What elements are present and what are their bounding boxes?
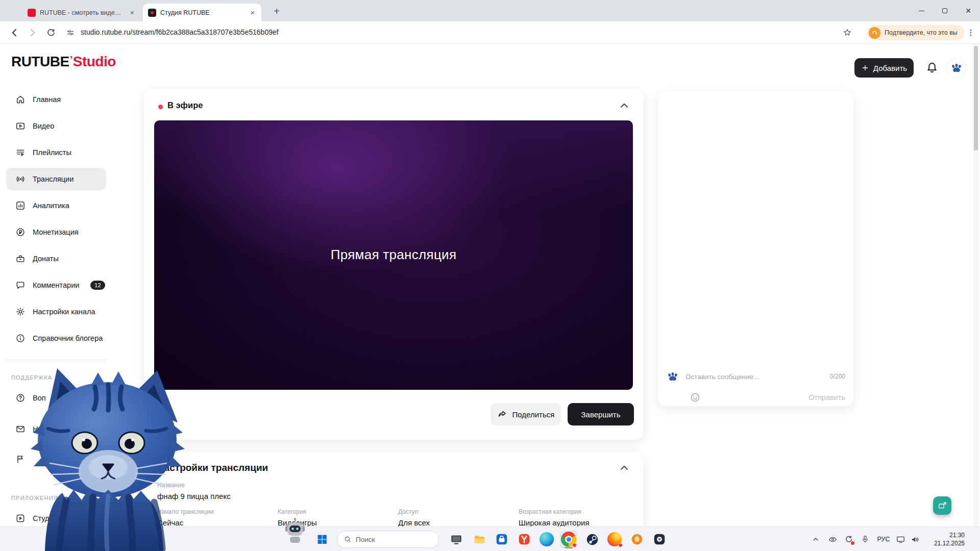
new-tab-button[interactable]: + <box>270 4 284 18</box>
sidebar-item-complaints[interactable] <box>6 448 106 470</box>
collapse-chevron-icon[interactable] <box>618 99 631 112</box>
finish-stream-button[interactable]: Завершить <box>568 403 634 425</box>
bookmark-star-icon[interactable] <box>840 26 854 40</box>
maximize-button[interactable] <box>933 0 957 21</box>
browser-menu-icon[interactable] <box>964 26 978 40</box>
notifications-bell-icon[interactable] <box>925 60 940 76</box>
sidebar-item-donations[interactable]: Донаты <box>6 247 106 270</box>
chat-message-input[interactable] <box>685 373 824 381</box>
logo-studio: Studio <box>73 54 116 70</box>
field-value[interactable]: Широкая аудитория <box>519 518 636 527</box>
tray-mic-icon[interactable] <box>859 533 871 545</box>
sidebar-item-analytics[interactable]: Аналитика <box>6 194 106 217</box>
settings-title: Настройки трансляции <box>157 462 268 473</box>
emoji-smiley-icon[interactable] <box>690 392 701 403</box>
minimize-button[interactable] <box>910 0 933 21</box>
rutube-studio-favicon <box>148 9 156 17</box>
sidebar-item-studio-app[interactable]: Студи <box>6 507 106 527</box>
edge-icon <box>540 532 554 546</box>
taskbar-app-yandex[interactable] <box>516 531 533 548</box>
taskbar-app-store[interactable] <box>493 531 510 548</box>
sidebar-item-monetization[interactable]: Монетизация <box>6 221 106 243</box>
address-bar[interactable]: studio.rutube.ru/stream/f6b2ca388ac5a318… <box>81 21 279 43</box>
playlists-icon <box>15 147 26 158</box>
chat-avatar-paw-icon <box>666 370 679 383</box>
profile-alert-icon <box>869 27 880 39</box>
tray-chevron-up-icon[interactable] <box>810 533 822 545</box>
logo-rutube: RUTUBE <box>11 54 69 70</box>
tab-title: Студия RUTUBE <box>160 9 244 16</box>
sidebar-item-playlists[interactable]: Плейлисты <box>6 141 106 164</box>
language-indicator[interactable]: РУС <box>874 527 893 551</box>
sidebar-item-write-support[interactable]: На п <box>6 417 106 441</box>
desktop: RUTUBE - смотреть видео он × Студия RUTU… <box>0 0 980 551</box>
tray-sync-icon[interactable] <box>843 533 855 545</box>
sidebar-item-comments[interactable]: Комментарии 12 <box>6 274 106 296</box>
info-icon <box>15 333 26 343</box>
comments-icon <box>15 280 26 290</box>
taskbar-app-explorer[interactable] <box>471 531 488 548</box>
search-placeholder: Поиск <box>356 536 375 543</box>
sidebar-item-video[interactable]: Видео <box>6 115 106 137</box>
taskbar-app-firefox[interactable] <box>606 531 623 548</box>
recording-dot <box>851 541 854 545</box>
taskbar-app-steam[interactable] <box>583 531 601 548</box>
tray-eye-icon[interactable] <box>826 533 839 545</box>
notification-dot <box>572 543 577 547</box>
stream-player[interactable]: Прямая трансляция <box>154 120 633 390</box>
taskbar-app-computer[interactable] <box>448 531 465 548</box>
rutube-studio-logo[interactable]: RUTUBE’Studio <box>11 54 116 70</box>
collapse-chevron-icon[interactable] <box>618 461 631 474</box>
sidebar-item-home[interactable]: Главная <box>6 88 106 111</box>
flag-icon <box>15 454 26 464</box>
sidebar-item-broadcasts[interactable]: Трансляции <box>6 168 106 190</box>
tab-close-icon[interactable]: × <box>248 8 257 17</box>
windows-taskbar: Поиск <box>0 527 980 551</box>
taskbar-app-edge[interactable] <box>538 531 555 548</box>
sidebar-item-label: Донаты <box>33 255 59 263</box>
paw-icon <box>950 61 963 74</box>
channel-avatar[interactable] <box>946 58 967 78</box>
live-status-title: В эфире <box>167 101 203 110</box>
tab-close-icon[interactable]: × <box>128 8 137 17</box>
browser-tab-rutube[interactable]: RUTUBE - смотреть видео он × <box>22 4 141 21</box>
sidebar-item-label: Аналитика <box>33 202 69 210</box>
field-label: Категория <box>278 508 395 515</box>
field-name: Название фнаф 9 пицца плекс <box>157 482 412 500</box>
notification-dot <box>618 543 623 547</box>
sidebar-item-faq[interactable]: Воп <box>6 387 106 409</box>
close-window-button[interactable]: × <box>957 0 980 21</box>
share-button-label: Поделиться <box>512 410 555 419</box>
add-button[interactable]: Добавить <box>854 58 914 78</box>
sidebar-item-label: Справочник блогера <box>33 334 103 342</box>
page-scrollbar[interactable] <box>973 44 978 527</box>
taskbar-app-chrome[interactable] <box>560 531 577 548</box>
tab-title: RUTUBE - смотреть видео он <box>40 9 124 16</box>
browser-tab-studio[interactable]: Студия RUTUBE × <box>143 4 261 21</box>
verify-profile-chip[interactable]: Подтвердите, что это вы <box>867 25 965 40</box>
scrollbar-thumb[interactable] <box>974 46 978 151</box>
taskbar-app-orange[interactable] <box>628 531 646 548</box>
live-chat-panel: 0/200 Отправить <box>658 91 853 406</box>
sidebar-item-blogger-guide[interactable]: Справочник блогера <box>6 327 106 349</box>
share-button[interactable]: Поделиться <box>491 403 561 425</box>
site-settings-icon[interactable] <box>63 26 78 40</box>
search-icon <box>344 535 352 543</box>
explorer-icon <box>473 533 486 546</box>
analytics-icon <box>15 201 26 211</box>
send-message-button[interactable]: Отправить <box>808 393 845 402</box>
field-age-category[interactable]: Возрастная категория Широкая аудитория <box>519 508 636 527</box>
taskbar-search[interactable]: Поиск <box>337 531 439 548</box>
back-icon[interactable] <box>7 26 21 40</box>
sidebar-item-channel-settings[interactable]: Настройки канала <box>6 300 106 323</box>
start-button[interactable] <box>313 531 331 548</box>
taskbar-clock[interactable]: 21:30 21.12.2025 <box>934 531 965 547</box>
forward-icon[interactable] <box>26 26 40 40</box>
field-value[interactable]: Для всех <box>398 518 516 527</box>
taskbar-app-dark[interactable] <box>651 531 668 548</box>
reload-icon[interactable] <box>44 26 58 40</box>
tray-display-icon[interactable] <box>894 533 906 545</box>
feedback-fab[interactable] <box>933 496 951 515</box>
field-access[interactable]: Доступ Для всех <box>398 508 516 527</box>
tray-volume-icon[interactable] <box>909 533 921 545</box>
